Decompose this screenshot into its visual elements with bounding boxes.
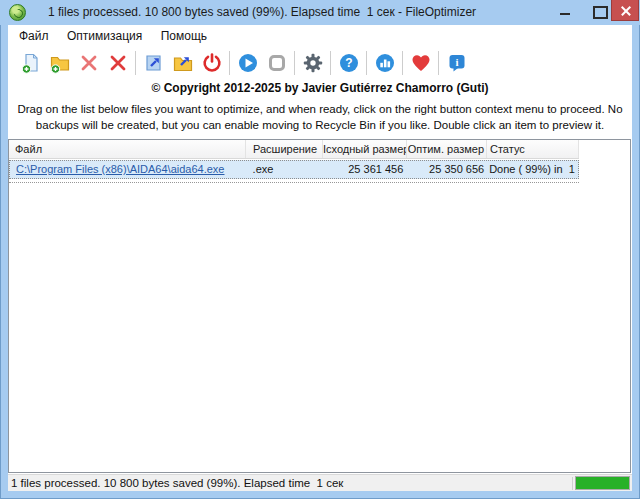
fileoptimizer-window: { "window": { "title": "1 files processe… [0,0,640,499]
svg-text:?: ? [345,56,352,70]
toolbar-separator [438,51,439,75]
stop-button[interactable] [262,49,291,76]
toolbar-separator [294,51,295,75]
table-row[interactable]: C:\Program Files (x86)\AIDA64\aida64.exe… [9,160,579,179]
cell-optimized-size: 25 350 656 [406,161,486,178]
maximize-icon[interactable] [588,0,610,21]
toolbar-separator [135,51,136,75]
open-folder-icon [172,52,194,74]
statistics-button[interactable] [370,49,399,76]
about-info-icon: i [446,52,468,74]
minimize-icon[interactable] [554,0,576,21]
optimize-play-icon [237,52,259,74]
statusbar-divider [572,477,573,490]
donate-button[interactable] [406,49,435,76]
progress-bar [575,476,630,490]
file-path-link[interactable]: C:\Program Files (x86)\AIDA64\aida64.exe [16,163,224,175]
column-header-extension[interactable]: Расширение [246,140,323,158]
open-file-button[interactable] [139,49,168,76]
toolbar-separator [229,51,230,75]
about-button[interactable]: i [442,49,471,76]
options-gear-icon [302,52,324,74]
cell-status: Done ( 99%) in 1 [486,161,578,178]
optimize-button[interactable] [233,49,262,76]
menu-file[interactable]: Файл [12,25,56,43]
help-icon: ? [338,52,360,74]
window-title: 1 files processed. 10 800 bytes saved (9… [48,0,476,25]
remove-entry-button[interactable] [74,49,103,76]
remove-all-button[interactable] [103,49,132,76]
cell-file: C:\Program Files (x86)\AIDA64\aida64.exe [10,161,246,178]
close-icon[interactable] [611,0,639,21]
options-button[interactable] [298,49,327,76]
toolbar-separator [330,51,331,75]
menu-optimization[interactable]: Оптимизация [60,25,149,43]
instructions-label: Drag on the list below files you want to… [10,101,630,133]
help-button[interactable]: ? [334,49,363,76]
toolbar: ? i [8,47,632,78]
toolbar-separator [402,51,403,75]
cell-extension: .exe [246,161,323,178]
status-text: 1 files processed. 10 800 bytes saved (9… [11,475,343,491]
statistics-icon [374,52,396,74]
add-files-button[interactable] [16,49,45,76]
remove-entry-icon [78,52,100,74]
open-file-icon [143,52,165,74]
column-header-file[interactable]: Файл [9,140,246,158]
file-list[interactable]: Файл Расширение Iсходный размер Оптим. р… [8,139,631,473]
menu-help[interactable]: Помощь [154,25,214,43]
column-header-status[interactable]: Статус [487,140,579,158]
exit-button[interactable] [197,49,226,76]
client-area: Файл Оптимизация Помощь [8,25,632,491]
column-header-optimized-size[interactable]: Оптим. размер [407,140,487,158]
toolbar-separator [366,51,367,75]
copyright-label: © Copyright 2012-2025 by Javier Gutiérre… [8,81,632,95]
add-folder-button[interactable] [45,49,74,76]
donate-heart-icon [410,52,432,74]
exit-power-icon [201,52,223,74]
cell-original-size: 25 361 456 [322,161,406,178]
status-bar: 1 files processed. 10 800 bytes saved (9… [8,474,632,491]
fileoptimizer-logo-icon [9,4,26,21]
add-files-icon [20,52,42,74]
column-header-original-size[interactable]: Iсходный размер [323,140,407,158]
open-folder-button[interactable] [168,49,197,76]
stop-icon [266,52,288,74]
svg-text:i: i [455,55,458,67]
add-folder-icon [49,52,71,74]
remove-all-icon [107,52,129,74]
titlebar[interactable]: 1 files processed. 10 800 bytes saved (9… [0,0,640,25]
row-divider [9,182,579,183]
list-header: Файл Расширение Iсходный размер Оптим. р… [9,140,579,159]
menu-bar: Файл Оптимизация Помощь [8,25,632,47]
